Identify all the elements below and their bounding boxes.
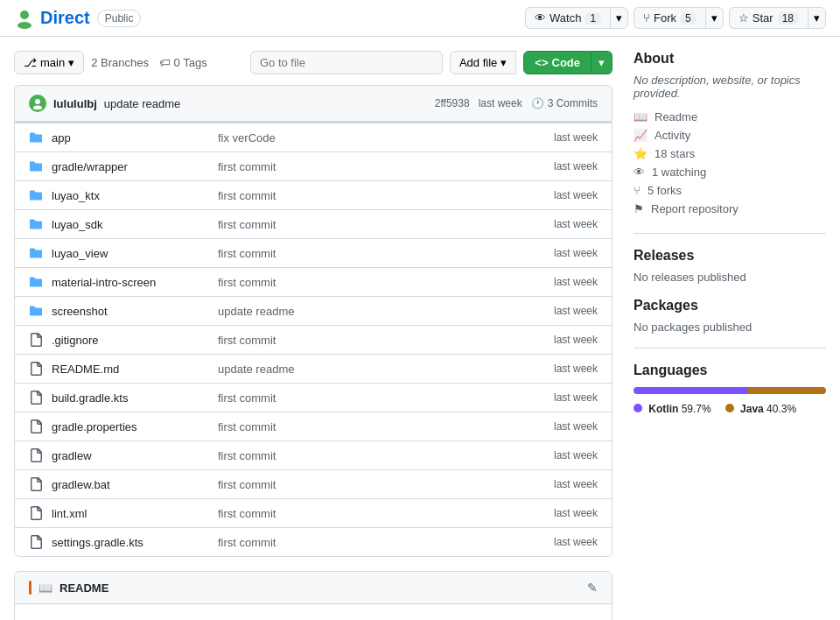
code-action: <> Code ▾ [523, 51, 612, 74]
watching-link[interactable]: 1 watching [652, 166, 706, 179]
file-link[interactable]: build.gradle.kts [52, 391, 128, 405]
table-row: luyao_view first commit last week [15, 238, 612, 267]
file-link[interactable]: gradlew [52, 449, 92, 462]
search-input[interactable] [250, 51, 443, 74]
file-time: last week [554, 160, 598, 173]
eye-icon: 👁 [535, 11, 546, 25]
about-description: No description, website, or topics provi… [634, 74, 826, 100]
star-action: ☆ Star 18 ▾ [729, 7, 826, 29]
kotlin-dot [634, 404, 642, 412]
file-link[interactable]: README.md [52, 363, 119, 376]
report-icon: ⚑ [634, 202, 644, 215]
star-button[interactable]: ☆ Star 18 [729, 7, 808, 29]
file-time: last week [554, 305, 598, 317]
star-caret[interactable]: ▾ [808, 7, 826, 29]
report-link[interactable]: Report repository [651, 202, 738, 215]
branch-info: 2 Branches 🏷 0 Tags [91, 56, 206, 69]
commit-avatar [29, 95, 46, 112]
file-icon [29, 477, 43, 491]
commit-link[interactable]: fix verCode [218, 131, 276, 144]
commit-link[interactable]: update readme [218, 363, 294, 376]
about-stars-link[interactable]: ⭐ 18 stars [634, 147, 826, 160]
fork-count: 5 [680, 12, 696, 25]
file-link[interactable]: app [52, 131, 71, 144]
report-link-item[interactable]: ⚑ Report repository [634, 202, 826, 215]
file-link[interactable]: gradlew.bat [52, 478, 110, 491]
commit-link[interactable]: first commit [218, 391, 276, 405]
about-readme-link[interactable]: 📖 Readme [634, 110, 826, 123]
file-link[interactable]: gradle.properties [52, 420, 137, 433]
watching-icon: 👁 [634, 166, 645, 179]
file-commit-msg: first commit [218, 247, 545, 260]
branches-link[interactable]: 2 Branches [91, 56, 149, 69]
file-icon [29, 506, 43, 520]
commit-link[interactable]: update readme [218, 305, 294, 318]
add-file-button[interactable]: Add file ▾ [450, 51, 516, 74]
file-time: last week [554, 218, 598, 230]
commit-link[interactable]: first commit [218, 276, 276, 289]
branch-selector[interactable]: ⎇ main ▾ [14, 51, 84, 74]
java-label: Java [740, 403, 764, 415]
file-name: README.md [52, 362, 209, 376]
folder-icon [29, 246, 43, 260]
stars-link[interactable]: 18 stars [654, 147, 695, 160]
topbar-actions: 👁 Watch 1 ▾ ⑂ Fork 5 ▾ ☆ Star 18 ▾ [525, 7, 826, 29]
commits-link[interactable]: 🕐 3 Commits [531, 97, 598, 109]
folder-icon [29, 217, 43, 231]
file-time: last week [554, 536, 598, 548]
kotlin-percent: 59.7% [682, 403, 711, 415]
repo-name[interactable]: Direct [40, 8, 90, 28]
file-commit-msg: update readme [218, 363, 545, 376]
code-button[interactable]: <> Code [523, 51, 592, 74]
file-link[interactable]: screenshot [52, 305, 108, 318]
activity-link[interactable]: Activity [654, 129, 690, 142]
readme-header: 📖 README ✎ [15, 572, 612, 604]
watch-count: 1 [584, 12, 601, 25]
sidebar: About No description, website, or topics… [634, 51, 826, 620]
history-icon: 🕐 [531, 97, 544, 109]
about-forks-link[interactable]: ⑂ 5 forks [634, 184, 826, 197]
readme-label: README [60, 581, 108, 595]
file-link[interactable]: gradle/wrapper [52, 160, 128, 173]
commit-link[interactable]: first commit [218, 334, 276, 347]
file-link[interactable]: lint.xml [52, 507, 87, 520]
watch-caret[interactable]: ▾ [610, 7, 628, 29]
edit-readme-icon[interactable]: ✎ [587, 581, 598, 595]
commit-link[interactable]: first commit [218, 507, 276, 520]
file-link[interactable]: luyao_view [52, 247, 108, 260]
fork-button[interactable]: ⑂ Fork 5 [634, 7, 705, 29]
tags-link[interactable]: 🏷 0 Tags [159, 56, 207, 69]
file-link[interactable]: material-intro-screen [52, 276, 156, 289]
commit-author[interactable]: lulululbj [53, 97, 97, 110]
about-activity-link[interactable]: 📈 Activity [634, 129, 826, 142]
file-link[interactable]: settings.gradle.kts [52, 536, 144, 549]
file-icon [29, 362, 43, 376]
commit-link[interactable]: first commit [218, 478, 276, 491]
code-caret[interactable]: ▾ [592, 51, 612, 74]
folder-icon [29, 304, 43, 318]
file-link[interactable]: luyao_sdk [52, 218, 103, 231]
commit-link[interactable]: first commit [218, 536, 276, 549]
file-link[interactable]: luyao_ktx [52, 189, 100, 202]
commit-link[interactable]: first commit [218, 189, 276, 202]
file-time: last week [554, 276, 598, 288]
fork-caret[interactable]: ▾ [705, 7, 724, 29]
readme-link[interactable]: Readme [654, 110, 697, 123]
commit-link[interactable]: first commit [218, 247, 276, 260]
about-links: 📖 Readme 📈 Activity ⭐ 18 stars 👁 1 watch… [634, 110, 826, 215]
commit-link[interactable]: first commit [218, 420, 276, 433]
kotlin-label: Kotlin [648, 403, 678, 415]
watch-button[interactable]: 👁 Watch 1 [525, 7, 610, 29]
file-search [250, 51, 443, 74]
activity-icon: 📈 [634, 129, 648, 142]
file-icon [29, 333, 43, 347]
commit-link[interactable]: first commit [218, 160, 276, 173]
commit-link[interactable]: first commit [218, 449, 276, 462]
file-name: .gitignore [52, 333, 209, 347]
star-icon-top: ☆ [738, 11, 749, 25]
commit-link[interactable]: first commit [218, 218, 276, 231]
file-link[interactable]: .gitignore [52, 334, 98, 347]
branch-bar: ⎇ main ▾ 2 Branches 🏷 0 Tags Add file ▾ [14, 51, 612, 74]
about-watching-link[interactable]: 👁 1 watching [634, 166, 826, 179]
forks-link[interactable]: 5 forks [648, 184, 682, 197]
